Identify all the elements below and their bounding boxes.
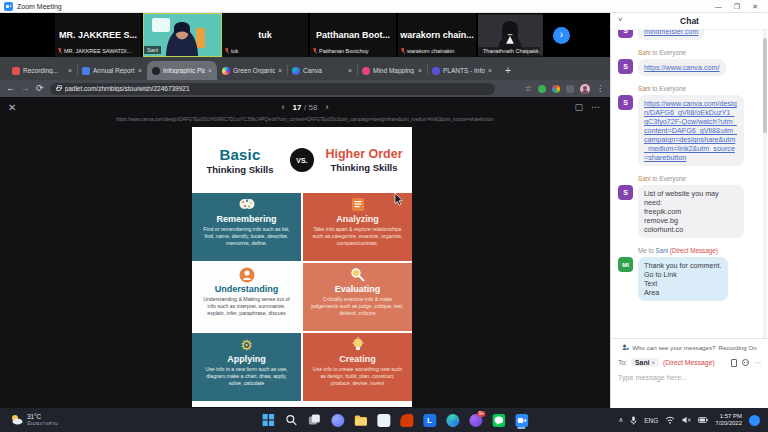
magnifier-icon [350, 267, 365, 282]
participant-tile[interactable]: warakorn chain... warakorn chainakin [398, 13, 478, 57]
task-view-icon[interactable] [305, 411, 323, 429]
tab-mind-mapping[interactable]: Mind Mapping× [357, 61, 427, 80]
tab-green-organic[interactable]: Green Organic× [217, 61, 287, 80]
messenger-icon[interactable]: 9+ [466, 411, 484, 429]
cell-evaluating: Evaluating Critically examine info & mak… [303, 263, 412, 331]
cell-remembering: Remembering Find or remembering info suc… [192, 193, 301, 261]
chat-collapse-icon[interactable]: ˅ [618, 15, 623, 24]
screen: Zoom Meeting — ❐ ✕ MR. JAKKREE S... MR. … [0, 0, 768, 432]
file-explorer-icon[interactable] [351, 411, 369, 429]
padlet-viewer: ✕ ‹ 17 / 58 › ▢ ⋯ https://www.canva.com/… [0, 97, 610, 408]
emoji-icon[interactable] [742, 359, 749, 366]
tab-close-icon[interactable]: × [138, 67, 142, 74]
tab-favicon [362, 67, 370, 75]
attach-file-icon[interactable] [731, 359, 737, 367]
chat-message-input[interactable] [618, 373, 761, 382]
minimize-button[interactable]: — [715, 0, 722, 13]
prev-page-icon[interactable]: ‹ [282, 102, 285, 112]
fullscreen-icon[interactable]: ▢ [574, 102, 583, 112]
next-page-icon[interactable]: › [325, 102, 328, 112]
new-tab-button[interactable]: + [501, 63, 515, 77]
extensions-pin-icon[interactable] [566, 85, 574, 93]
sender-label: Sani to Everyone [638, 85, 759, 92]
edge-icon[interactable] [443, 411, 461, 429]
clock[interactable]: 1:57 PM 7/20/2022 [715, 413, 742, 427]
chevron-down-icon: ˅ [651, 360, 655, 366]
tab-infographic-plan[interactable]: Infographic Plan× [147, 61, 217, 80]
participant-tile[interactable]: Patthanan Boot... Patthanan Bootchuy [310, 13, 398, 57]
recipient-dropdown[interactable]: Sani ˅ [631, 358, 659, 367]
tray-expand-icon[interactable]: ∧ [618, 416, 623, 424]
app-l-icon[interactable] [420, 411, 438, 429]
chat-message: S mindmeister.com [618, 30, 759, 40]
notification-badge[interactable] [749, 415, 760, 426]
office-icon[interactable] [397, 411, 415, 429]
battery-icon[interactable] [698, 417, 708, 423]
chat-link[interactable]: https://www.canva.com/design/DAFG6_gVlI8… [644, 99, 737, 162]
tab-annual-report[interactable]: Annual Report× [77, 61, 147, 80]
chat-scrollbar[interactable] [763, 30, 767, 338]
privacy-text[interactable]: Who can see your messages? [632, 344, 715, 351]
chat-link[interactable]: mindmeister.com [644, 30, 698, 36]
avatar: S [618, 30, 633, 38]
participant-tile[interactable]: MR. JAKKREE S... MR. JAKKREE SAWATDI... [55, 13, 143, 57]
video-strip: MR. JAKKREE S... MR. JAKKREE SAWATDI... … [0, 13, 610, 57]
line-icon[interactable] [489, 411, 507, 429]
profile-avatar[interactable] [580, 84, 590, 94]
weather-widget[interactable]: 31°C มีเมฆบางส่วน [0, 413, 58, 426]
chat-link[interactable]: https://www.canva.com/ [644, 63, 720, 72]
url-input[interactable]: padlet.com/zhrnblqs/stou/wish/2246739921 [50, 83, 495, 95]
start-button[interactable] [259, 411, 277, 429]
viewer-more-icon[interactable]: ⋯ [591, 102, 600, 112]
mouse-cursor [394, 193, 403, 206]
participant-video-thanathnath[interactable]: Thanathnath Chatpakk... [478, 13, 545, 57]
attachment-url[interactable]: https://www.canva.com/design/DAFG7Ep0ISc… [0, 117, 610, 122]
tab-recording[interactable]: Recording...× [7, 61, 77, 80]
language-indicator[interactable]: ENG [644, 417, 658, 424]
forward-icon[interactable]: → [21, 84, 30, 93]
next-participants-button[interactable]: › [553, 27, 570, 44]
participant-name: tuk [258, 30, 272, 40]
reload-icon[interactable]: ⟳ [36, 84, 44, 93]
tab-canva[interactable]: Canva× [287, 61, 357, 80]
mail-icon[interactable] [374, 411, 392, 429]
tab-close-icon[interactable]: × [488, 67, 492, 74]
infographic-right-title: Higher Order [320, 147, 408, 161]
search-icon[interactable] [282, 411, 300, 429]
maximize-button[interactable]: ❐ [734, 0, 740, 13]
chat-message: S https://www.canva.com/design/DAFG6_gVl… [618, 95, 759, 166]
to-label: To: [618, 359, 627, 366]
extension-icon[interactable] [552, 85, 560, 93]
bookmark-star-icon[interactable]: ☆ [525, 84, 532, 93]
participant-tile[interactable]: tuk tuk [222, 13, 310, 57]
participant-name: warakorn chain... [400, 30, 474, 40]
tab-plants[interactable]: PLANTS - Infog...× [427, 61, 497, 80]
volume-icon[interactable] [682, 416, 691, 424]
tab-favicon [292, 67, 300, 75]
book-icon [351, 197, 365, 212]
participant-label: warakorn chainakin [407, 48, 454, 54]
tab-close-icon[interactable]: × [418, 67, 422, 74]
tab-close-icon[interactable]: × [68, 67, 72, 74]
tab-close-icon[interactable]: × [348, 67, 352, 74]
mic-tray-icon[interactable] [630, 416, 637, 425]
participant-video-sani[interactable]: Sani [143, 13, 222, 57]
tab-close-icon[interactable]: × [278, 67, 282, 74]
privacy-person-icon [622, 344, 629, 351]
infographic-right-subtitle: Thinking Skills [320, 162, 408, 173]
active-app-indicator [517, 427, 525, 429]
browser-menu-icon[interactable]: ⋮ [596, 84, 604, 93]
tab-close-icon[interactable]: × [208, 67, 212, 74]
brain-icon [238, 197, 256, 212]
close-button[interactable]: ✕ [752, 0, 758, 13]
weather-desc: มีเมฆบางส่วน [27, 421, 58, 427]
participant-label: Sani [147, 47, 158, 53]
extension-icon[interactable] [538, 85, 546, 93]
teams-chat-icon[interactable] [328, 411, 346, 429]
back-icon[interactable]: ← [6, 84, 15, 93]
participant-name: Patthanan Boot... [316, 30, 390, 40]
chat-more-icon[interactable]: ⋯ [754, 359, 761, 367]
zoom-taskbar-icon[interactable] [512, 411, 530, 429]
recording-status: Recording On [719, 344, 757, 351]
wifi-icon[interactable] [665, 416, 675, 424]
